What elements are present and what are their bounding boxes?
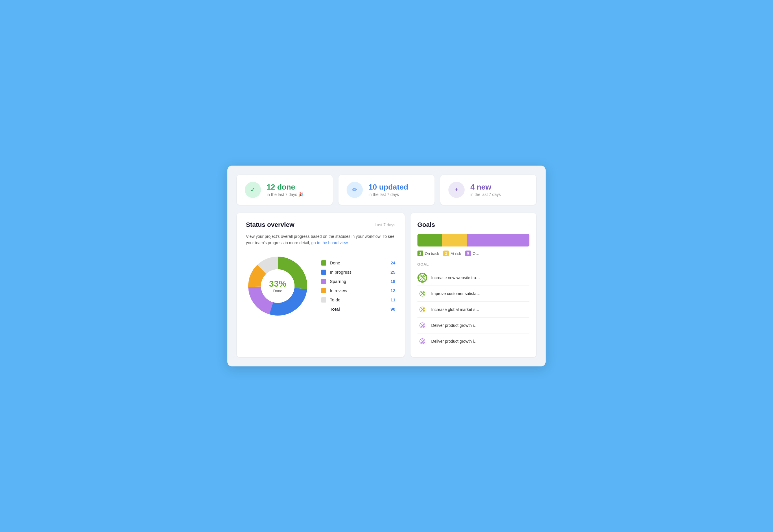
legend-count-inreview: 12 — [391, 288, 395, 293]
new-text-group: 4 new in the last 7 days — [470, 183, 501, 197]
goal-item-4[interactable]: Deliver product growth i… — [417, 318, 529, 333]
legend-color-total — [321, 307, 326, 312]
goal-icon-1 — [417, 273, 427, 283]
status-card: Status overview Last 7 days View your pr… — [237, 213, 405, 357]
legend-color-todo — [321, 297, 326, 303]
goals-list-header: Goal — [417, 262, 529, 266]
goal-text-3: Increase global market s… — [431, 307, 480, 312]
legend-row-inreview: In review 12 — [321, 288, 395, 293]
stat-card-new: + 4 new in the last 7 days — [440, 175, 536, 205]
updated-sub-text: in the last 7 days — [369, 192, 408, 197]
goal-item-2[interactable]: Improve customer satisfa… — [417, 286, 529, 302]
board-view-link[interactable]: go to the board view. — [311, 240, 349, 245]
goals-label-offtrack: O… — [473, 251, 479, 256]
goals-badge-ontrack: 2 — [417, 251, 423, 256]
status-header: Status overview Last 7 days — [246, 221, 395, 229]
stats-row: ✓ 12 done in the last 7 days 🎉 ✏ 10 upda… — [237, 175, 536, 205]
legend-color-done — [321, 260, 326, 266]
svg-point-17 — [422, 325, 423, 326]
legend-count-inprogress: 25 — [391, 270, 395, 275]
legend-name-inprogress: In progress — [330, 270, 391, 275]
done-main-text: 12 done — [267, 183, 303, 191]
goals-bar-purple — [467, 234, 529, 246]
main-container: ✓ 12 done in the last 7 days 🎉 ✏ 10 upda… — [228, 166, 545, 366]
legend-total-row: Total 90 — [321, 307, 395, 312]
donut-chart: 33% Done — [246, 254, 310, 318]
stat-card-done: ✓ 12 done in the last 7 days 🎉 — [237, 175, 333, 205]
svg-point-20 — [422, 341, 423, 342]
goals-bar-yellow — [442, 234, 467, 246]
goal-icon-5 — [417, 336, 427, 346]
chart-area: 33% Done Done 24 In progress 25 — [246, 254, 395, 318]
donut-center: 33% Done — [269, 279, 286, 293]
legend-color-inreview — [321, 288, 326, 293]
legend-name-inreview: In review — [330, 288, 391, 293]
legend-name-todo: To do — [330, 297, 391, 302]
legend-name-sparring: Sparring — [330, 279, 391, 284]
goal-item-5[interactable]: Deliver product growth i… — [417, 333, 529, 349]
legend-name-total: Total — [330, 307, 391, 312]
new-sub-text: in the last 7 days — [470, 192, 501, 197]
legend-row-inprogress: In progress 25 — [321, 270, 395, 275]
goals-legend-offtrack: 5 O… — [465, 251, 479, 256]
legend-count-todo: 11 — [391, 297, 395, 302]
svg-point-11 — [422, 293, 423, 294]
goals-legend-atrisk: 2 At risk — [443, 251, 461, 256]
done-icon-circle: ✓ — [245, 182, 261, 198]
goal-item-3[interactable]: Increase global market s… — [417, 302, 529, 318]
goals-bar — [417, 234, 529, 246]
updated-icon-circle: ✏ — [347, 182, 363, 198]
new-icon-circle: + — [448, 182, 465, 198]
done-sub-text: in the last 7 days 🎉 — [267, 192, 303, 197]
goals-label-atrisk: At risk — [451, 251, 461, 256]
goals-badge-offtrack: 5 — [465, 251, 471, 256]
bottom-row: Status overview Last 7 days View your pr… — [237, 213, 536, 357]
legend-row-done: Done 24 — [321, 260, 395, 266]
legend-color-inprogress — [321, 270, 326, 275]
chart-legend: Done 24 In progress 25 Sparring 18 — [321, 260, 395, 312]
goal-text-4: Deliver product growth i… — [431, 323, 478, 328]
svg-point-14 — [422, 309, 423, 310]
status-title: Status overview — [246, 221, 295, 229]
legend-count-total: 90 — [391, 307, 395, 312]
new-main-text: 4 new — [470, 183, 501, 191]
goals-label-ontrack: On track — [425, 251, 439, 256]
goal-icon-3 — [417, 305, 427, 314]
donut-percent: 33% — [269, 279, 286, 288]
goal-item-1[interactable]: Increase new website tra… — [417, 270, 529, 286]
goal-icon-2 — [417, 289, 427, 299]
goals-card: Goals 2 On track 2 At risk 5 O… — [410, 213, 536, 357]
goals-bar-green — [417, 234, 442, 246]
legend-count-done: 24 — [391, 260, 395, 265]
status-period: Last 7 days — [375, 223, 395, 227]
legend-row-todo: To do 11 — [321, 297, 395, 303]
updated-main-text: 10 updated — [369, 183, 408, 191]
stat-card-updated: ✏ 10 updated in the last 7 days — [339, 175, 434, 205]
goal-text-2: Improve customer satisfa… — [431, 291, 480, 296]
done-text-group: 12 done in the last 7 days 🎉 — [267, 183, 303, 197]
legend-row-sparring: Sparring 18 — [321, 279, 395, 284]
goal-text-5: Deliver product growth i… — [431, 339, 478, 344]
legend-count-sparring: 18 — [391, 279, 395, 284]
svg-point-8 — [422, 277, 423, 278]
donut-done-label: Done — [269, 288, 286, 293]
goal-icon-4 — [417, 320, 427, 330]
goals-title: Goals — [417, 221, 529, 229]
goals-legend-ontrack: 2 On track — [417, 251, 439, 256]
updated-text-group: 10 updated in the last 7 days — [369, 183, 408, 197]
goal-text-1: Increase new website tra… — [431, 275, 480, 280]
legend-color-sparring — [321, 279, 326, 284]
status-desc: View your project's overall progress bas… — [246, 233, 395, 246]
legend-name-done: Done — [330, 260, 391, 265]
goals-badge-atrisk: 2 — [443, 251, 449, 256]
goals-legend-row: 2 On track 2 At risk 5 O… — [417, 251, 529, 256]
